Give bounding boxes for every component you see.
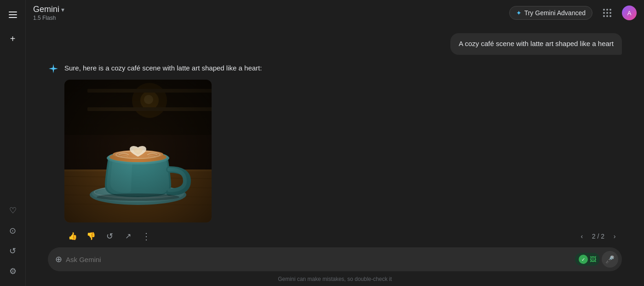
apps-grid-icon: [603, 9, 611, 17]
pagination-label: 2 / 2: [592, 233, 604, 240]
ai-response-text: Sure, here is a cozy café scene with lat…: [64, 62, 262, 74]
sidebar-item-settings[interactable]: ⚙: [4, 262, 22, 280]
history-icon: ↺: [9, 246, 16, 256]
ai-response-row: Sure, here is a cozy café scene with lat…: [26, 62, 644, 244]
more-icon: ⋮: [142, 231, 151, 242]
sidebar: + ♡ ⊙ ↺ ⚙: [0, 0, 26, 286]
share-button[interactable]: ↗: [120, 228, 136, 244]
regenerate-button[interactable]: ↺: [101, 228, 118, 244]
coffee-scene-svg: [64, 80, 212, 222]
generated-image-container: [64, 80, 622, 222]
share-icon: ↗: [125, 232, 131, 240]
google-apps-button[interactable]: [598, 4, 616, 22]
user-message-row: A cozy café scene with latte art shaped …: [26, 33, 644, 62]
sidebar-item-gems[interactable]: ♡: [4, 201, 22, 220]
try-advanced-button[interactable]: ✦ Try Gemini Advanced: [509, 6, 592, 20]
input-tools: ✓ 🖼 🎤: [575, 251, 618, 268]
regenerate-icon: ↺: [106, 231, 113, 241]
user-message-bubble: A cozy café scene with latte art shaped …: [450, 33, 622, 55]
prev-image-button[interactable]: ‹: [575, 229, 589, 244]
thumbs-down-button[interactable]: 👎: [83, 228, 99, 244]
topbar: Gemini ▾ 1.5 Flash ✦ Try Gemini Advanced…: [26, 0, 644, 26]
image-gen-check-icon: ✓: [581, 257, 585, 262]
avatar-initials: A: [627, 10, 632, 17]
menu-button[interactable]: [4, 6, 22, 24]
footer-disclaimer: Gemini can make mistakes, so double-chec…: [26, 273, 644, 286]
user-avatar[interactable]: A: [622, 6, 637, 20]
thumbs-up-button[interactable]: 👍: [64, 228, 81, 244]
input-box: ⊕ ✓ 🖼 🎤: [48, 247, 622, 271]
action-buttons-left: 👍 👎 ↺ ↗ ⋮: [64, 228, 155, 244]
user-message-text: A cozy café scene with latte art shaped …: [459, 40, 614, 47]
title-row: Gemini ▾: [33, 5, 64, 14]
microphone-icon: 🎤: [605, 255, 615, 264]
gemini-logo-icon: [48, 63, 59, 74]
input-area: ⊕ ✓ 🖼 🎤: [26, 244, 644, 273]
microphone-button[interactable]: 🎤: [602, 251, 618, 268]
model-label: 1.5 Flash: [33, 15, 64, 21]
new-chat-button[interactable]: +: [4, 29, 22, 48]
app-title: Gemini: [33, 5, 59, 14]
settings-icon: ⚙: [9, 266, 17, 276]
image-toggle-icon: 🖼: [590, 256, 596, 263]
next-image-button[interactable]: ›: [607, 229, 622, 244]
main-content: Gemini ▾ 1.5 Flash ✦ Try Gemini Advanced…: [26, 0, 644, 286]
image-action-bar: 👍 👎 ↺ ↗ ⋮: [64, 228, 622, 244]
chat-area: A cozy café scene with latte art shaped …: [26, 26, 644, 244]
app-title-group: Gemini ▾ 1.5 Flash: [33, 5, 64, 21]
clock-icon: ⊙: [9, 226, 16, 236]
heart-icon: ♡: [9, 205, 17, 216]
sidebar-bottom: ♡ ⊙ ↺ ⚙: [4, 201, 22, 280]
plus-icon: +: [10, 34, 16, 44]
sidebar-top: +: [4, 6, 22, 48]
chevron-right-icon: ›: [614, 233, 616, 240]
pagination-controls: ‹ 2 / 2 ›: [575, 229, 622, 244]
disclaimer-text: Gemini can make mistakes, so double-chec…: [278, 276, 391, 282]
toggle-indicator: ✓: [579, 255, 588, 264]
svg-rect-23: [64, 80, 212, 222]
chevron-left-icon: ‹: [581, 233, 583, 240]
image-generation-toggle[interactable]: ✓ 🖼: [575, 253, 600, 266]
thumbs-down-icon: 👎: [86, 232, 96, 240]
sidebar-item-history[interactable]: ↺: [4, 242, 22, 260]
thumbs-up-icon: 👍: [68, 232, 77, 240]
more-options-button[interactable]: ⋮: [138, 228, 155, 244]
chevron-down-icon[interactable]: ▾: [61, 6, 64, 13]
spark-icon: ✦: [516, 9, 522, 17]
topbar-right: ✦ Try Gemini Advanced A: [509, 4, 637, 22]
sidebar-item-recent[interactable]: ⊙: [4, 222, 22, 240]
try-advanced-label: Try Gemini Advanced: [524, 9, 586, 17]
attach-icon[interactable]: ⊕: [55, 254, 62, 264]
hamburger-icon: [9, 12, 17, 18]
generated-image[interactable]: [64, 80, 212, 222]
chat-input[interactable]: [66, 256, 571, 263]
ai-response-header: Sure, here is a cozy café scene with lat…: [48, 62, 622, 74]
